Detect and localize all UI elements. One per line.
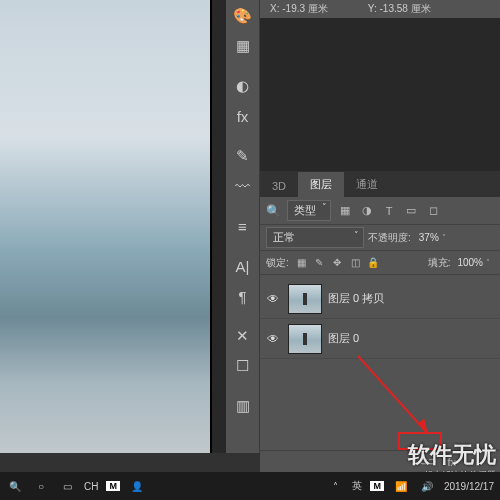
tab-channels[interactable]: 通道 [344, 172, 390, 197]
styles-fx-icon[interactable]: fx [228, 102, 258, 130]
lock-all-icon[interactable]: 🔒 [366, 255, 381, 270]
opacity-value[interactable]: 37% [415, 231, 450, 244]
watermark-text: 软件无忧 [408, 440, 496, 470]
layer-row[interactable]: 👁 图层 0 拷贝 [260, 279, 500, 319]
x-coord: X: -19.3 厘米 [270, 2, 328, 16]
filter-text-icon[interactable]: T [381, 203, 397, 219]
lock-pixels-icon[interactable]: ✎ [312, 255, 327, 270]
visibility-eye-icon[interactable]: 👁 [264, 332, 282, 346]
tab-layers[interactable]: 图层 [298, 172, 344, 197]
visibility-eye-icon[interactable]: 👁 [264, 292, 282, 306]
taskbar-date[interactable]: 2019/12/17 [444, 481, 494, 492]
taskbar-ime-m[interactable]: M [106, 481, 120, 491]
filter-type-dropdown[interactable]: 类型 [287, 200, 331, 221]
options-icon[interactable]: ☐ [228, 352, 258, 380]
taskbar-lang-ch[interactable]: CH [84, 481, 98, 492]
layers-panel: 🔍 类型 ▦ ◑ T ▭ ◻ 正常 不透明度: 37% 锁定: ▦ ✎ ✥ ◫ … [260, 197, 500, 453]
search-icon[interactable]: 🔍 [266, 204, 281, 218]
layer-thumbnail[interactable] [288, 284, 322, 314]
align-icon[interactable]: ≡ [228, 212, 258, 240]
paragraph-icon[interactable]: ¶ [228, 282, 258, 310]
lock-position-icon[interactable]: ✥ [330, 255, 345, 270]
fill-value[interactable]: 100% [453, 256, 494, 269]
layer-row[interactable]: 👁 图层 0 [260, 319, 500, 359]
windows-taskbar: 🔍 ○ ▭ CH M 👤 ˄ 英 M 📶 🔊 2019/12/17 [0, 472, 500, 500]
blend-mode-dropdown[interactable]: 正常 [266, 227, 364, 248]
blend-opacity-row: 正常 不透明度: 37% [260, 225, 500, 251]
canvas-image[interactable] [0, 0, 210, 453]
brush-settings-icon[interactable]: 〰 [228, 172, 258, 200]
y-coord: Y: -13.58 厘米 [368, 2, 431, 16]
lock-fill-row: 锁定: ▦ ✎ ✥ ◫ 🔒 填充: 100% [260, 251, 500, 275]
layers-panel-icon[interactable]: ▥ [228, 392, 258, 420]
coordinates-bar: X: -19.3 厘米 Y: -13.58 厘米 [260, 0, 500, 18]
lock-label: 锁定: [266, 256, 289, 270]
taskbar-volume-icon[interactable]: 🔊 [418, 481, 436, 492]
taskbar-ime-m2[interactable]: M [370, 481, 384, 491]
tab-3d[interactable]: 3D [260, 175, 298, 197]
taskbar-search-icon[interactable]: 🔍 [6, 481, 24, 492]
filter-adjust-icon[interactable]: ◑ [359, 203, 375, 219]
gradient-icon[interactable]: ◐ [228, 72, 258, 100]
swatches-icon[interactable]: ▦ [228, 32, 258, 60]
fill-label: 填充: [428, 256, 451, 270]
character-icon[interactable]: A| [228, 252, 258, 280]
layer-name[interactable]: 图层 0 拷贝 [328, 291, 384, 306]
opacity-label: 不透明度: [368, 231, 411, 245]
taskbar-people-icon[interactable]: 👤 [128, 481, 146, 492]
color-palette-icon[interactable]: 🎨 [228, 2, 258, 30]
taskbar-cortana-icon[interactable]: ○ [32, 481, 50, 492]
tools-icon[interactable]: ✕ [228, 322, 258, 350]
lock-transparency-icon[interactable]: ▦ [294, 255, 309, 270]
layer-name[interactable]: 图层 0 [328, 331, 359, 346]
filter-smart-icon[interactable]: ◻ [425, 203, 441, 219]
layer-thumbnail[interactable] [288, 324, 322, 354]
canvas-area[interactable] [0, 0, 226, 453]
filter-pixel-icon[interactable]: ▦ [337, 203, 353, 219]
layer-list: 👁 图层 0 拷贝 👁 图层 0 [260, 275, 500, 363]
panel-icon-strip: 🎨 ▦ ◐ fx ✎ 〰 ≡ A| ¶ ✕ ☐ ▥ [226, 0, 260, 453]
taskbar-wifi-icon[interactable]: 📶 [392, 481, 410, 492]
canvas-edge [210, 0, 212, 453]
brushes-icon[interactable]: ✎ [228, 142, 258, 170]
filter-shape-icon[interactable]: ▭ [403, 203, 419, 219]
lock-artboard-icon[interactable]: ◫ [348, 255, 363, 270]
layer-filter-row: 🔍 类型 ▦ ◑ T ▭ ◻ [260, 197, 500, 225]
panel-tabs: 3D 图层 通道 [260, 171, 500, 197]
taskbar-taskview-icon[interactable]: ▭ [58, 481, 76, 492]
properties-empty-area [260, 18, 500, 171]
taskbar-lang-en[interactable]: 英 [352, 479, 362, 493]
taskbar-tray-chevron-icon[interactable]: ˄ [326, 481, 344, 492]
